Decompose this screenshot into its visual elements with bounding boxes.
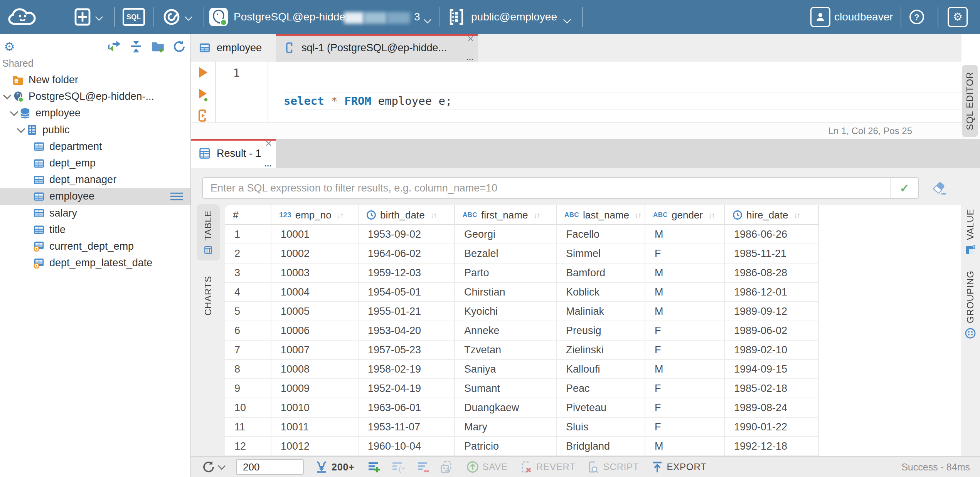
data-cell[interactable]: M xyxy=(645,360,725,379)
data-cell[interactable]: Kalloufi xyxy=(557,360,645,379)
tree-item-dept-emp[interactable]: dept_emp xyxy=(0,155,190,171)
execute-query-button[interactable] xyxy=(197,66,209,79)
data-cell[interactable]: 1989-02-10 xyxy=(725,341,819,360)
data-cell[interactable]: Bridgland xyxy=(557,437,645,456)
data-cell[interactable]: 1964-06-02 xyxy=(359,244,455,264)
data-cell[interactable]: 10011 xyxy=(271,418,359,437)
cloudbeaver-logo-icon[interactable] xyxy=(7,6,41,28)
data-cell[interactable]: 1955-01-21 xyxy=(359,302,455,321)
column-header-hire_date[interactable]: hire_date↓↑ xyxy=(725,205,819,225)
tree-item-new-folder[interactable]: New folder xyxy=(0,72,190,88)
data-cell[interactable]: Georgi xyxy=(455,225,557,244)
tab-charts-view[interactable]: CHARTS xyxy=(197,270,220,326)
data-cell[interactable]: Chirstian xyxy=(455,283,557,302)
duplicate-selection-button[interactable] xyxy=(440,460,453,474)
tree-item-department[interactable]: department xyxy=(0,138,190,155)
settings-button[interactable]: ⚙ xyxy=(948,7,968,27)
data-cell[interactable]: F xyxy=(645,244,725,264)
data-cell[interactable]: M xyxy=(645,283,725,302)
data-cell[interactable]: 10012 xyxy=(271,437,359,456)
data-cell[interactable]: 1989-08-24 xyxy=(725,398,819,418)
sort-icon[interactable]: ↓↑ xyxy=(793,211,800,220)
data-cell[interactable]: 1959-12-03 xyxy=(359,264,455,283)
sidebar-settings-gear-icon[interactable]: ⚙ xyxy=(4,40,17,53)
data-cell[interactable]: Tzvetan xyxy=(455,341,557,360)
data-cell[interactable]: Maliniak xyxy=(557,302,645,321)
tree-item-employee[interactable]: employee xyxy=(0,105,190,121)
data-cell[interactable]: Bamford xyxy=(557,264,645,283)
sort-icon[interactable]: ↓↑ xyxy=(708,211,714,220)
data-cell[interactable]: 1957-05-23 xyxy=(359,341,455,360)
fetch-more-button[interactable]: 200+ xyxy=(315,461,355,473)
data-cell[interactable]: 1952-04-19 xyxy=(359,379,455,398)
data-cell[interactable]: M xyxy=(645,302,725,321)
execute-query-new-tab-button[interactable] xyxy=(197,88,210,102)
column-header-emp_no[interactable]: 123emp_no↓↑ xyxy=(271,205,359,225)
data-cell[interactable]: 1985-11-21 xyxy=(725,244,819,264)
code-area[interactable]: select * FROM employee e; xyxy=(268,62,980,122)
data-cell[interactable]: 10006 xyxy=(271,321,359,341)
tree-item-salary[interactable]: salary xyxy=(0,205,190,222)
data-cell[interactable]: Duangkaew xyxy=(455,398,557,418)
data-cell[interactable]: 1953-04-20 xyxy=(359,321,455,341)
data-cell[interactable]: Zielinski xyxy=(557,341,645,360)
data-cell[interactable]: Peac xyxy=(557,379,645,398)
data-cell[interactable]: F xyxy=(645,418,725,437)
data-cell[interactable]: 10010 xyxy=(271,398,359,418)
tab-result-1[interactable]: Result - 1 ✕ … xyxy=(191,139,276,168)
revert-button[interactable]: REVERT xyxy=(520,461,576,473)
data-cell[interactable]: M xyxy=(645,437,725,456)
data-cell[interactable]: Parto xyxy=(455,264,557,283)
data-cell[interactable]: Saniya xyxy=(455,360,557,379)
tools-button[interactable] xyxy=(162,7,191,27)
data-cell[interactable]: Sumant xyxy=(455,379,557,398)
save-button[interactable]: SAVE xyxy=(466,461,508,473)
tree-item-dept-manager[interactable]: dept_manager xyxy=(0,171,190,188)
data-cell[interactable]: 1985-02-18 xyxy=(725,379,819,398)
data-cell[interactable]: F xyxy=(645,379,725,398)
data-cell[interactable]: 1958-02-19 xyxy=(359,360,455,379)
new-folder-icon[interactable] xyxy=(151,40,164,53)
data-cell[interactable]: 1994-09-15 xyxy=(725,360,819,379)
tree-item-public[interactable]: public xyxy=(0,122,190,138)
sort-icon[interactable]: ↓↑ xyxy=(337,211,343,220)
sort-icon[interactable]: ↓↑ xyxy=(533,211,539,220)
delete-row-button[interactable] xyxy=(417,461,429,473)
close-tab-icon[interactable]: ✕ xyxy=(467,35,474,43)
data-cell[interactable]: 1954-05-01 xyxy=(359,283,455,302)
tab-table-view[interactable]: TABLE xyxy=(197,204,220,260)
data-cell[interactable]: 1990-01-22 xyxy=(725,418,819,437)
data-cell[interactable]: 10007 xyxy=(271,341,359,360)
data-cell[interactable]: Anneke xyxy=(455,321,557,341)
chevron-down-icon[interactable] xyxy=(15,124,26,135)
collapse-all-icon[interactable] xyxy=(130,40,143,53)
data-cell[interactable]: 10008 xyxy=(271,360,359,379)
new-connection-button[interactable] xyxy=(73,8,102,26)
tab-menu-icon[interactable]: … xyxy=(466,54,474,61)
data-cell[interactable]: Piveteau xyxy=(557,398,645,418)
help-button[interactable]: ? xyxy=(909,9,924,25)
duplicate-row-button[interactable]: (+) xyxy=(392,461,406,473)
data-cell[interactable]: 1989-06-02 xyxy=(725,321,819,341)
data-cell[interactable]: Simmel xyxy=(557,244,645,264)
tab-sql-editor-rail[interactable]: SQL EDITOR xyxy=(962,65,978,137)
tree-item-dept-emp-latest-date[interactable]: dept_emp_latest_date xyxy=(0,255,190,271)
sql-editor-button[interactable]: SQL xyxy=(123,8,145,26)
script-button[interactable]: SCRIPT xyxy=(587,461,639,473)
connection-selector[interactable]: PostgreSQL@ep-hidde xyxy=(234,11,345,23)
tree-item-title[interactable]: title xyxy=(0,222,190,238)
data-cell[interactable]: 10009 xyxy=(271,379,359,398)
chevron-down-icon[interactable] xyxy=(2,91,12,102)
sort-icon[interactable]: ↓↑ xyxy=(430,211,436,220)
data-cell[interactable]: M xyxy=(645,264,725,283)
data-cell[interactable]: Patricio xyxy=(455,437,557,456)
data-cell[interactable]: 1992-12-18 xyxy=(725,437,819,456)
tab-employee-table[interactable]: employee xyxy=(191,34,276,62)
data-cell[interactable]: M xyxy=(645,225,725,244)
data-cell[interactable]: F xyxy=(645,341,725,360)
data-cell[interactable]: Facello xyxy=(557,225,645,244)
column-header-birth_date[interactable]: birth_date↓↑ xyxy=(359,205,455,225)
data-cell[interactable]: Koblick xyxy=(557,283,645,302)
sync-connection-icon[interactable] xyxy=(108,40,121,53)
tab-sql-editor[interactable]: sql-1 (PostgreSQL@ep-hidde... ✕ … xyxy=(276,34,478,62)
